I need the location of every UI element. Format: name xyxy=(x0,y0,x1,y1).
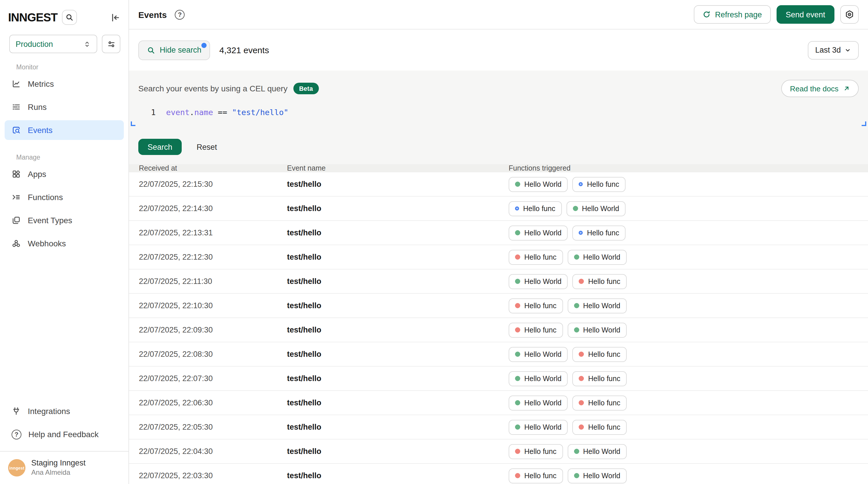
gear-icon xyxy=(845,10,854,19)
function-badge[interactable]: Hello func xyxy=(572,395,627,410)
line-number: 1 xyxy=(138,106,156,130)
copy-squares-icon xyxy=(11,216,21,225)
table-row[interactable]: 22/07/2025, 22:11:30 test/hello Hello Wo… xyxy=(129,269,868,294)
inngest-logo[interactable]: INNGEST xyxy=(8,11,58,24)
time-range-dropdown[interactable]: Last 3d xyxy=(808,41,859,59)
function-badge[interactable]: Hello World xyxy=(567,444,627,459)
function-badge[interactable]: Hello func xyxy=(572,225,625,240)
badge-label: Hello func xyxy=(524,447,556,455)
event-name-cell: test/hello xyxy=(287,350,509,358)
function-badge[interactable]: Hello func xyxy=(572,420,627,434)
event-name-cell: test/hello xyxy=(287,180,509,189)
sidebar-item-webhooks[interactable]: Webhooks xyxy=(5,234,124,253)
table-row[interactable]: 22/07/2025, 22:05:30 test/hello Hello Wo… xyxy=(129,415,868,440)
received-at-cell: 22/07/2025, 22:03:30 xyxy=(139,471,287,480)
reset-button[interactable]: Reset xyxy=(197,142,217,151)
sidebar-item-integrations[interactable]: Integrations xyxy=(5,401,124,421)
function-badge[interactable]: Hello World xyxy=(509,395,568,410)
function-badge[interactable]: Hello World xyxy=(509,225,568,240)
function-badge[interactable]: Hello World xyxy=(509,347,568,362)
sidebar-item-events[interactable]: Events xyxy=(5,120,124,140)
status-dot xyxy=(515,352,520,357)
badge-label: Hello func xyxy=(588,399,620,407)
cel-search-panel: Search your events by using a CEL query … xyxy=(129,70,868,164)
table-row[interactable]: 22/07/2025, 22:09:30 test/hello Hello fu… xyxy=(129,318,868,342)
sidebar-item-metrics[interactable]: Metrics xyxy=(5,74,124,94)
table-row[interactable]: 22/07/2025, 22:15:30 test/hello Hello Wo… xyxy=(129,172,868,197)
table-row[interactable]: 22/07/2025, 22:10:30 test/hello Hello fu… xyxy=(129,294,868,318)
function-badge[interactable]: Hello World xyxy=(567,468,627,483)
main-content: Events ? Refresh page Send event xyxy=(129,0,868,484)
badge-label: Hello World xyxy=(524,350,562,358)
functions-cell: Hello WorldHello func xyxy=(509,225,868,240)
environment-settings-button[interactable] xyxy=(102,35,120,53)
editor-resize-handle-left[interactable] xyxy=(131,122,135,126)
cel-query-editor[interactable]: 1 event.name == "test/hello" xyxy=(138,106,859,130)
function-badge[interactable]: Hello func xyxy=(572,274,627,289)
sidebar-item-event-types[interactable]: Event Types xyxy=(5,211,124,230)
sidebar-item-label: Apps xyxy=(28,169,46,179)
table-row[interactable]: 22/07/2025, 22:07:30 test/hello Hello Wo… xyxy=(129,366,868,391)
editor-resize-handle-right[interactable] xyxy=(862,122,866,126)
events-count: 4,321 events xyxy=(219,45,269,55)
collapse-sidebar-button[interactable] xyxy=(111,12,120,22)
table-row[interactable]: 22/07/2025, 22:04:30 test/hello Hello fu… xyxy=(129,440,868,464)
function-badge[interactable]: Hello func xyxy=(572,371,627,386)
status-dot xyxy=(515,254,520,260)
function-badge[interactable]: Hello World xyxy=(566,201,625,216)
function-badge[interactable]: Hello func xyxy=(509,322,563,337)
table-row[interactable]: 22/07/2025, 22:06:30 test/hello Hello Wo… xyxy=(129,391,868,415)
function-badge[interactable]: Hello World xyxy=(567,322,627,337)
cel-heading: Search your events by using a CEL query xyxy=(138,84,288,93)
sidebar-bottom: Integrations ? Help and Feedback inngest… xyxy=(0,401,128,484)
table-row[interactable]: 22/07/2025, 22:12:30 test/hello Hello fu… xyxy=(129,245,868,269)
function-badge[interactable]: Hello World xyxy=(509,176,568,192)
table-row[interactable]: 22/07/2025, 22:03:30 test/hello Hello fu… xyxy=(129,464,868,484)
search-icon xyxy=(147,46,155,54)
function-badge[interactable]: Hello World xyxy=(509,420,568,434)
sidebar-item-runs[interactable]: Runs xyxy=(5,97,124,117)
table-row[interactable]: 22/07/2025, 22:08:30 test/hello Hello Wo… xyxy=(129,342,868,366)
account-menu[interactable]: inngest Staging Inngest Ana Almeida xyxy=(0,452,128,484)
environment-selector[interactable]: Production xyxy=(9,35,97,53)
function-badge[interactable]: Hello World xyxy=(567,250,627,264)
manage-nav: Apps Functions Event Types Webhooks xyxy=(0,164,128,257)
read-docs-button[interactable]: Read the docs xyxy=(781,80,859,97)
list-runs-icon xyxy=(11,102,21,111)
sidebar-item-apps[interactable]: Apps xyxy=(5,164,124,184)
page-help-button[interactable]: ? xyxy=(175,9,185,20)
function-badge[interactable]: Hello World xyxy=(567,298,627,313)
code-token: name xyxy=(194,107,213,117)
functions-cell: Hello WorldHello func xyxy=(509,274,868,289)
status-dot xyxy=(515,206,519,211)
function-badge[interactable]: Hello func xyxy=(572,176,625,192)
search-icon xyxy=(66,13,74,22)
status-dot xyxy=(515,400,520,406)
sidebar-item-functions[interactable]: Functions xyxy=(5,187,124,207)
hide-search-button[interactable]: Hide search xyxy=(138,40,210,60)
status-dot xyxy=(579,231,583,235)
sidebar-search-button[interactable] xyxy=(62,10,77,25)
function-badge[interactable]: Hello World xyxy=(509,274,568,289)
function-badge[interactable]: Hello World xyxy=(509,371,568,386)
refresh-page-button[interactable]: Refresh page xyxy=(693,5,771,24)
function-badge[interactable]: Hello func xyxy=(509,250,563,264)
send-event-button[interactable]: Send event xyxy=(776,5,834,24)
table-row[interactable]: 22/07/2025, 22:13:31 test/hello Hello Wo… xyxy=(129,221,868,245)
functions-cell: Hello funcHello World xyxy=(509,444,868,459)
function-badge[interactable]: Hello func xyxy=(509,468,563,483)
status-dot xyxy=(515,327,520,332)
function-badge[interactable]: Hello func xyxy=(572,347,627,362)
received-at-cell: 22/07/2025, 22:05:30 xyxy=(139,423,287,431)
settings-button[interactable] xyxy=(840,5,859,24)
function-badge[interactable]: Hello func xyxy=(509,444,563,459)
section-label-manage: Manage xyxy=(16,154,120,161)
function-badge[interactable]: Hello func xyxy=(509,298,563,313)
sidebar-item-label: Runs xyxy=(28,102,46,111)
function-badge[interactable]: Hello func xyxy=(509,201,562,216)
table-row[interactable]: 22/07/2025, 22:14:30 test/hello Hello fu… xyxy=(129,197,868,221)
search-button[interactable]: Search xyxy=(138,139,182,155)
sidebar-item-help-feedback[interactable]: ? Help and Feedback xyxy=(5,424,124,444)
column-header-event-name: Event name xyxy=(287,164,509,172)
time-range-label: Last 3d xyxy=(815,46,841,54)
